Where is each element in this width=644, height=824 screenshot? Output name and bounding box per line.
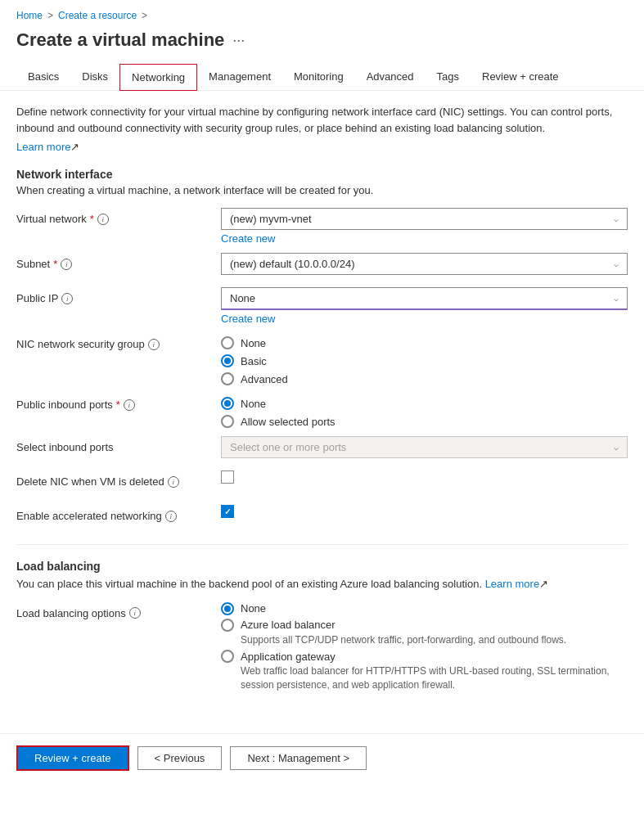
lb-azure-option: Azure load balancer Supports all TCP/UDP… (221, 619, 628, 647)
select-inbound-ports-chevron-icon: ⌵ (614, 443, 619, 452)
nic-nsg-none-radio[interactable] (221, 336, 234, 349)
virtual-network-create-new[interactable]: Create new (221, 232, 628, 245)
breadcrumb-home[interactable]: Home (16, 10, 43, 21)
nic-nsg-advanced[interactable]: Advanced (221, 372, 628, 385)
nic-nsg-none[interactable]: None (221, 336, 628, 349)
delete-nic-control (221, 471, 628, 484)
virtual-network-info-icon[interactable]: i (97, 214, 109, 225)
tab-networking[interactable]: Networking (119, 64, 197, 91)
lb-gateway-option: Application gateway Web traffic load bal… (221, 650, 628, 692)
network-interface-subtitle: When creating a virtual machine, a netwo… (16, 184, 628, 196)
network-interface-title: Network interface (16, 168, 628, 181)
accelerated-networking-checkbox[interactable]: ✓ (221, 505, 628, 518)
select-inbound-ports-dropdown[interactable]: Select one or more ports ⌵ (221, 436, 628, 458)
load-balancing-options-row: Load balancing options i None Azure load… (16, 602, 628, 696)
tab-basics[interactable]: Basics (16, 64, 70, 91)
nic-nsg-basic[interactable]: Basic (221, 354, 628, 367)
select-inbound-ports-label: Select inbound ports (16, 436, 221, 453)
nic-nsg-control: None Basic Advanced (221, 333, 628, 385)
virtual-network-control: (new) myvm-vnet ⌵ Create new (221, 208, 628, 245)
accelerated-networking-row: Enable accelerated networking i ✓ (16, 505, 628, 531)
lb-gateway-radio[interactable] (221, 650, 234, 663)
accelerated-networking-checkbox-box[interactable]: ✓ (221, 505, 234, 518)
delete-nic-checkbox[interactable] (221, 471, 628, 484)
tab-review-create[interactable]: Review + create (471, 64, 570, 91)
previous-button[interactable]: < Previous (137, 746, 223, 770)
page-title-area: Create a virtual machine ··· (0, 26, 644, 64)
lb-none-radio-item[interactable]: None (221, 602, 628, 615)
load-balancing-options-label: Load balancing options i (16, 602, 221, 619)
networking-description: Define network connectivity for your vir… (16, 104, 628, 136)
load-balancing-options-control: None Azure load balancer Supports all TC… (221, 602, 628, 696)
public-ip-dropdown[interactable]: None ⌵ (221, 287, 628, 310)
select-inbound-ports-control: Select one or more ports ⌵ (221, 436, 628, 458)
public-ip-chevron-icon: ⌵ (614, 294, 619, 303)
inbound-ports-allow-selected[interactable]: Allow selected ports (221, 415, 628, 428)
inbound-ports-allow-radio[interactable] (221, 415, 234, 428)
breadcrumb: Home > Create a resource > (0, 0, 644, 26)
load-balancing-info-icon[interactable]: i (129, 607, 141, 619)
nic-nsg-info-icon[interactable]: i (148, 339, 160, 350)
public-ip-create-new[interactable]: Create new (221, 313, 628, 325)
tab-bar: Basics Disks Networking Management Monit… (0, 64, 644, 91)
nic-nsg-basic-radio[interactable] (221, 354, 234, 367)
lb-azure-desc: Supports all TCP/UDP network traffic, po… (241, 633, 628, 647)
virtual-network-dropdown[interactable]: (new) myvm-vnet ⌵ (221, 208, 628, 230)
main-content: Define network connectivity for your vir… (0, 91, 644, 717)
tab-tags[interactable]: Tags (426, 64, 471, 91)
virtual-network-chevron-icon: ⌵ (614, 214, 619, 223)
lb-gateway-desc: Web traffic load balancer for HTTP/HTTPS… (241, 664, 628, 692)
lb-gateway-radio-item[interactable]: Application gateway (221, 650, 628, 663)
delete-nic-info-icon[interactable]: i (168, 476, 179, 488)
lb-azure-radio-item[interactable]: Azure load balancer (221, 619, 628, 632)
networking-learn-more[interactable]: Learn more (16, 141, 70, 153)
virtual-network-row: Virtual network * i (new) myvm-vnet ⌵ Cr… (16, 208, 628, 245)
public-ip-row: Public IP i None ⌵ Create new (16, 287, 628, 325)
public-inbound-ports-label: Public inbound ports * i (16, 394, 221, 411)
load-balancing-description: You can place this virtual machine in th… (16, 576, 628, 592)
inbound-ports-none-radio[interactable] (221, 397, 234, 410)
public-ip-info-icon[interactable]: i (61, 293, 73, 304)
public-inbound-ports-row: Public inbound ports * i None Allow sele… (16, 394, 628, 428)
public-ip-label: Public IP i (16, 287, 221, 304)
public-inbound-ports-control: None Allow selected ports (221, 394, 628, 428)
accelerated-networking-label: Enable accelerated networking i (16, 505, 221, 522)
subnet-dropdown[interactable]: (new) default (10.0.0.0/24) ⌵ (221, 253, 628, 275)
lb-none-option: None (221, 602, 628, 615)
delete-nic-row: Delete NIC when VM is deleted i (16, 471, 628, 497)
subnet-control: (new) default (10.0.0.0/24) ⌵ (221, 253, 628, 275)
tab-monitoring[interactable]: Monitoring (282, 64, 355, 91)
subnet-row: Subnet * i (new) default (10.0.0.0/24) ⌵ (16, 253, 628, 279)
public-inbound-ports-info-icon[interactable]: i (124, 399, 135, 411)
tab-management[interactable]: Management (197, 64, 282, 91)
lb-none-radio[interactable] (221, 602, 234, 615)
public-inbound-ports-radio-group: None Allow selected ports (221, 394, 628, 428)
tab-advanced[interactable]: Advanced (355, 64, 426, 91)
nic-nsg-label: NIC network security group i (16, 333, 221, 350)
next-button[interactable]: Next : Management > (230, 746, 367, 770)
title-ellipsis-menu[interactable]: ··· (232, 32, 245, 49)
nic-nsg-row: NIC network security group i None Basic … (16, 333, 628, 385)
lb-azure-radio[interactable] (221, 619, 234, 632)
accelerated-networking-control: ✓ (221, 505, 628, 518)
virtual-network-label: Virtual network * i (16, 208, 221, 225)
nic-nsg-advanced-radio[interactable] (221, 372, 234, 385)
subnet-label: Subnet * i (16, 253, 221, 270)
nic-nsg-radio-group: None Basic Advanced (221, 333, 628, 385)
breadcrumb-create-resource[interactable]: Create a resource (58, 10, 137, 21)
inbound-ports-none[interactable]: None (221, 397, 628, 410)
public-ip-control: None ⌵ Create new (221, 287, 628, 325)
page-title: Create a virtual machine (16, 29, 224, 51)
accelerated-networking-info-icon[interactable]: i (165, 511, 177, 522)
select-inbound-ports-row: Select inbound ports Select one or more … (16, 436, 628, 462)
review-create-button[interactable]: Review + create (16, 745, 129, 771)
load-balancing-title: Load balancing (16, 560, 628, 573)
section-divider (16, 544, 628, 545)
load-balancing-learn-more[interactable]: Learn more (485, 578, 539, 590)
footer: Review + create < Previous Next : Manage… (0, 733, 644, 782)
subnet-chevron-icon: ⌵ (614, 259, 619, 268)
tab-disks[interactable]: Disks (70, 64, 119, 91)
delete-nic-label: Delete NIC when VM is deleted i (16, 471, 221, 488)
subnet-info-icon[interactable]: i (61, 259, 72, 270)
delete-nic-checkbox-box[interactable] (221, 471, 234, 484)
